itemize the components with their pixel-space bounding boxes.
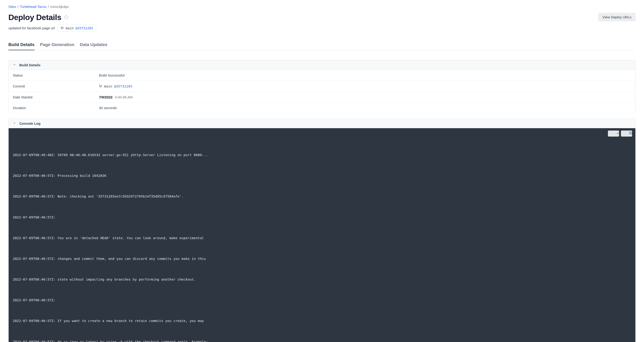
log-line: 2022-07-09T08:40:57Z: changes and commit…: [13, 256, 631, 262]
row-date-started: Date Started 7/9/2022 4:40:46 AM: [8, 92, 636, 103]
log-line: 2022-07-09T08:40:57Z: Processing build 1…: [13, 172, 631, 179]
commit-message: updated for facebook page url: [8, 26, 55, 30]
breadcrumb-separator: /: [18, 5, 18, 8]
log-line: 2022-07-09T08:40:57Z:: [13, 214, 631, 221]
build-details-panel: Build Details Status Build Successful Co…: [8, 60, 636, 113]
page-title: Deploy Details: [8, 13, 61, 22]
breadcrumb: Sites / Turtlehead Tacos / mnxz4jk4px: [8, 5, 636, 8]
commit-branch: main: [104, 84, 112, 88]
build-details-panel-title: Build Details: [19, 63, 40, 67]
log-line: 2022-07-09T08:40:57Z: do so (now or late…: [13, 339, 631, 342]
deploy-subtitle: updated for facebook page url main@35f31…: [8, 24, 636, 32]
label-duration: Duration: [13, 106, 99, 110]
console-log-panel: Console Log 2022-07-09T08:40:48Z: I0709 …: [8, 118, 636, 342]
date-started-date: 7/9/2022: [99, 95, 112, 99]
log-line: 2022-07-09T08:40:57Z: state without impa…: [13, 276, 631, 283]
chevron-up-icon: [608, 128, 619, 139]
label-status: Status: [13, 73, 99, 77]
breadcrumb-current: mnxz4jk4px: [50, 5, 69, 8]
value-duration: 30 seconds: [99, 106, 117, 110]
value-status: Build Successful: [99, 73, 124, 77]
commit-hash: 35f31265: [77, 26, 93, 30]
git-branch-icon: [60, 26, 64, 30]
log-line: 2022-07-09T08:40:57Z: If you want to cre…: [13, 318, 631, 325]
log-line: 2022-07-09T08:40:57Z:: [13, 297, 631, 304]
scroll-to-top-button[interactable]: [608, 130, 619, 137]
row-commit: Commit main@35f31265: [8, 81, 636, 92]
commit-badge[interactable]: main@35f31265: [58, 24, 96, 32]
svg-rect-1: [630, 133, 632, 134]
commit-at: @: [114, 84, 116, 88]
value-date-started: 7/9/2022 4:40:46 AM: [99, 95, 132, 99]
tab-build-details[interactable]: Build Details: [8, 40, 34, 50]
star-icon[interactable]: [64, 14, 69, 20]
log-line: 2022-07-09T08:40:57Z: Note: checking out…: [13, 193, 631, 200]
build-details-panel-header[interactable]: Build Details: [8, 60, 636, 70]
console-log-panel-title: Console Log: [19, 121, 40, 125]
commit-branch: main: [66, 26, 74, 30]
commit-hash: 35f31265: [116, 84, 132, 88]
breadcrumb-site-link[interactable]: Turtlehead Tacos: [20, 5, 46, 8]
label-commit: Commit: [13, 84, 99, 88]
copy-icon: [620, 128, 632, 139]
chevron-down-icon: [13, 63, 16, 67]
row-duration: Duration 30 seconds: [8, 103, 636, 113]
console-log-panel-header[interactable]: Console Log: [8, 119, 636, 128]
breadcrumb-separator: /: [48, 5, 49, 8]
breadcrumb-sites-link[interactable]: Sites: [8, 5, 16, 8]
date-started-time: 4:40:46 AM: [115, 95, 133, 99]
log-line: 2022-07-09T08:40:57Z: You are in 'detach…: [13, 235, 631, 242]
git-branch-icon: [99, 84, 102, 88]
tab-data-updates[interactable]: Data Updates: [80, 40, 107, 50]
commit-link[interactable]: main@35f31265: [99, 84, 132, 88]
console-output: 2022-07-09T08:40:48Z: I0709 08:40:48.616…: [8, 128, 636, 342]
log-line: 2022-07-09T08:40:48Z: I0709 08:40:48.616…: [13, 152, 631, 159]
svg-marker-0: [64, 15, 68, 19]
page-header: Deploy Details View Deploy URLs: [8, 13, 636, 22]
console-tools: [608, 130, 632, 137]
chevron-down-icon: [13, 121, 16, 125]
tabs: Build Details Page Generation Data Updat…: [8, 40, 636, 50]
label-date-started: Date Started: [13, 95, 99, 99]
copy-log-button[interactable]: [621, 130, 632, 137]
row-status: Status Build Successful: [8, 70, 636, 81]
view-deploy-urls-button[interactable]: View Deploy URLs: [598, 13, 636, 21]
tab-page-generation[interactable]: Page Generation: [40, 40, 74, 50]
